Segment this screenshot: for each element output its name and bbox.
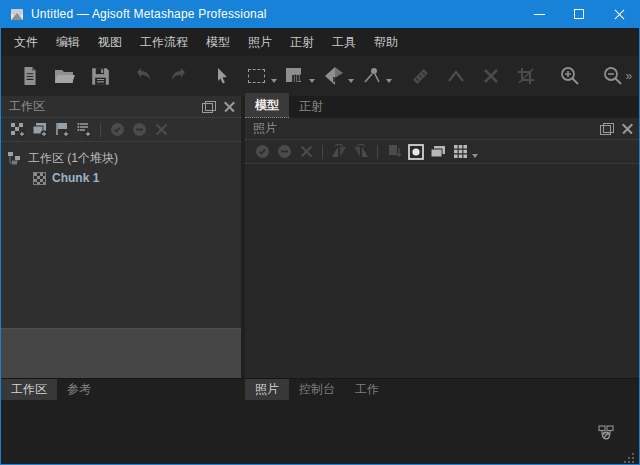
add-camera-group-icon[interactable] [51, 120, 73, 140]
workspace-pane: 工作区 [1, 96, 241, 378]
redo-icon[interactable] [166, 63, 191, 89]
save-project-icon[interactable] [88, 63, 113, 89]
show-thumbnails-icon[interactable] [427, 142, 449, 162]
add-chunk-icon[interactable] [7, 120, 29, 140]
main-toolbar: » [1, 56, 639, 96]
tree-root-row[interactable]: 工作区 (1个堆块) [1, 148, 241, 168]
workspace-tree-icon [7, 151, 22, 165]
workspace-pane-title: 工作区 [9, 98, 45, 115]
status-bar [1, 400, 639, 464]
photos-toolbar [245, 140, 639, 164]
app-logo-icon [9, 6, 25, 22]
viewport-area: 模型 正射 照片 [245, 96, 639, 378]
enable-cameras-icon[interactable] [251, 142, 273, 162]
photos-pane: 照片 [245, 118, 639, 378]
photos-pane-title: 照片 [253, 120, 277, 137]
ruler-icon[interactable] [408, 63, 433, 89]
add-photos-icon[interactable] [29, 120, 51, 140]
window-controls [519, 0, 639, 28]
workspace-float-icon[interactable] [202, 101, 216, 113]
delete-icon[interactable] [478, 63, 503, 89]
rotate-object-dropdown-icon[interactable] [348, 79, 354, 83]
crop-icon[interactable] [514, 63, 539, 89]
navigation-hand-icon[interactable] [283, 63, 308, 89]
photos-list-area[interactable] [245, 164, 639, 378]
menu-model[interactable]: 模型 [197, 29, 239, 56]
enable-item-icon[interactable] [106, 120, 128, 140]
toolbar-overflow-icon[interactable]: » [625, 69, 631, 83]
right-dock-tabs: 照片 控制台 工作 [245, 379, 639, 400]
open-project-icon[interactable] [52, 63, 77, 89]
zoom-out-icon[interactable] [600, 63, 625, 89]
workspace-pane-header: 工作区 [1, 96, 241, 118]
undo-icon[interactable] [131, 63, 156, 89]
zoom-in-icon[interactable] [557, 63, 582, 89]
workspace-close-icon[interactable] [224, 101, 235, 112]
dock-tab-photos[interactable]: 照片 [245, 379, 289, 400]
dock-tab-jobs[interactable]: 工作 [345, 379, 389, 400]
left-dock-tabs: 工作区 参考 [1, 379, 245, 400]
menu-tools[interactable]: 工具 [323, 29, 365, 56]
rotate-left-icon[interactable] [328, 142, 350, 162]
menubar: 文件 编辑 视图 工作流程 模型 照片 正射 工具 帮助 [1, 28, 639, 56]
photos-pane-header: 照片 [245, 118, 639, 140]
dock-tab-workspace[interactable]: 工作区 [1, 379, 57, 400]
menu-ortho[interactable]: 正射 [281, 29, 323, 56]
resize-grip[interactable] [623, 452, 635, 464]
menu-workflow[interactable]: 工作流程 [131, 29, 197, 56]
remove-cameras-icon[interactable] [295, 142, 317, 162]
dock-tab-reference[interactable]: 参考 [57, 379, 101, 400]
menu-edit[interactable]: 编辑 [47, 29, 89, 56]
minimize-button[interactable] [519, 0, 559, 28]
tab-ortho[interactable]: 正射 [289, 94, 333, 118]
dock-tab-console[interactable]: 控制台 [289, 379, 345, 400]
close-button[interactable] [599, 0, 639, 28]
app-window: Untitled — Agisoft Metashape Professiona… [0, 0, 640, 465]
disable-item-icon[interactable] [128, 120, 150, 140]
rectangle-selection-icon[interactable] [244, 63, 269, 89]
filter-photos-icon[interactable] [383, 142, 405, 162]
main-area: 工作区 [1, 96, 639, 378]
chunk-icon [33, 172, 46, 185]
chunk-label: Chunk 1 [52, 171, 99, 185]
view-mode-dropdown-icon[interactable] [472, 154, 478, 158]
disable-cameras-icon[interactable] [273, 142, 295, 162]
workspace-pane-empty-area [1, 328, 241, 378]
rectangle-selection-dropdown-icon[interactable] [271, 79, 277, 83]
add-marker-dropdown-icon[interactable] [386, 79, 392, 83]
add-marker-point-icon[interactable] [360, 63, 385, 89]
menu-view[interactable]: 视图 [89, 29, 131, 56]
network-status-icon[interactable] [598, 425, 615, 440]
menu-help[interactable]: 帮助 [365, 29, 407, 56]
dock-tabs: 工作区 参考 照片 控制台 工作 [1, 378, 639, 400]
tab-model[interactable]: 模型 [245, 93, 289, 118]
tree-chunk-row[interactable]: Chunk 1 [1, 168, 241, 188]
new-project-icon[interactable] [17, 63, 42, 89]
remove-item-icon[interactable] [150, 120, 172, 140]
view-mode-icon[interactable] [449, 142, 471, 162]
menu-photo[interactable]: 照片 [239, 29, 281, 56]
workspace-toolbar [1, 118, 241, 142]
add-marker-item-icon[interactable] [73, 120, 95, 140]
titlebar: Untitled — Agisoft Metashape Professiona… [1, 0, 639, 28]
photos-close-icon[interactable] [622, 123, 633, 134]
window-title: Untitled — Agisoft Metashape Professiona… [31, 7, 267, 21]
select-cursor-icon[interactable] [209, 63, 234, 89]
draw-polyline-icon[interactable] [443, 63, 468, 89]
show-masks-icon[interactable] [405, 142, 427, 162]
rotate-right-icon[interactable] [350, 142, 372, 162]
photos-float-icon[interactable] [600, 123, 614, 135]
maximize-button[interactable] [559, 0, 599, 28]
viewport-tabs: 模型 正射 [245, 96, 639, 118]
navigation-dropdown-icon[interactable] [309, 79, 315, 83]
rotate-object-icon[interactable] [321, 63, 346, 89]
menu-file[interactable]: 文件 [5, 29, 47, 56]
workspace-tree: 工作区 (1个堆块) Chunk 1 [1, 142, 241, 328]
tree-root-label: 工作区 (1个堆块) [28, 150, 118, 167]
